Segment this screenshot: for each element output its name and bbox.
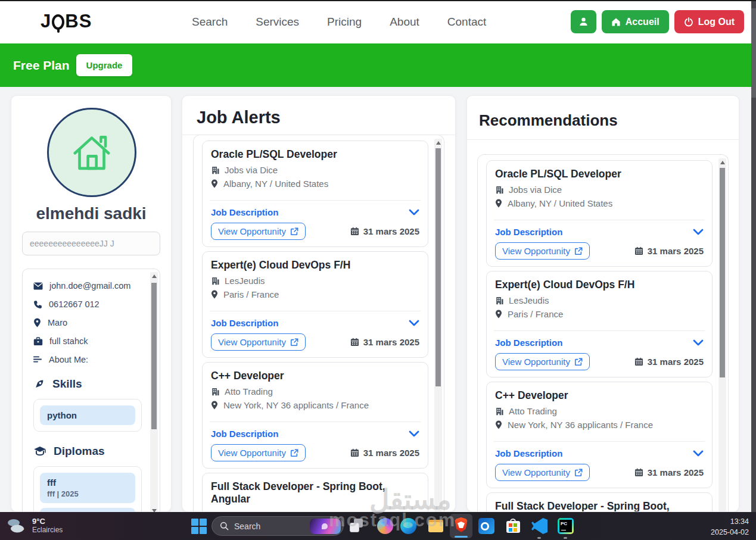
job-description-toggle[interactable]: Job Description xyxy=(495,338,562,348)
avatar[interactable] xyxy=(47,108,136,197)
building-icon xyxy=(495,186,503,194)
scroll-thumb[interactable] xyxy=(720,168,725,377)
job-alerts-panel: Job Alerts Oracle PL/SQL Developer Jobs … xyxy=(182,95,456,512)
job-card: Full Stack Developer - Spring Boot, Angu… xyxy=(202,473,428,511)
browser-scroll-thumb[interactable] xyxy=(751,8,756,98)
chevron-down-icon[interactable] xyxy=(693,450,704,457)
skills-title: Skills xyxy=(52,377,82,391)
job-date: 31 mars 2025 xyxy=(634,357,704,367)
job-date-value: 31 mars 2025 xyxy=(363,448,419,458)
taskbar-clock[interactable]: 13:34 2025-04-02 xyxy=(711,516,749,538)
nav-link-services[interactable]: Services xyxy=(256,15,299,29)
logo[interactable]: JBS xyxy=(41,11,92,32)
file-explorer-icon[interactable] xyxy=(428,518,444,534)
chevron-down-icon[interactable] xyxy=(409,209,419,216)
view-opportunity-button[interactable]: View Opportunity xyxy=(495,242,590,260)
home-button-label: Accueil xyxy=(626,17,659,27)
scroll-up-arrow[interactable] xyxy=(436,141,441,145)
divider xyxy=(494,330,705,331)
job-alerts-title: Job Alerts xyxy=(197,108,441,127)
job-location-row: New York, NY 36 applicants / France xyxy=(495,420,704,430)
chevron-down-icon[interactable] xyxy=(693,339,704,346)
rocket-icon xyxy=(33,378,45,390)
calendar-icon xyxy=(350,338,359,347)
home-button[interactable]: Accueil xyxy=(602,10,669,33)
view-opportunity-button[interactable]: View Opportunity xyxy=(211,223,306,240)
diploma-details: fff | 2025 xyxy=(47,489,128,498)
view-opportunity-button[interactable]: View Opportunity xyxy=(495,353,590,370)
job-location: New York, NY 36 applicants / France xyxy=(223,400,369,410)
email-value: john.doe@gmail.com xyxy=(49,281,130,291)
chevron-down-icon[interactable] xyxy=(693,229,704,235)
divider xyxy=(467,139,739,140)
copilot-icon[interactable] xyxy=(377,518,393,534)
window-top-edge xyxy=(0,0,756,1)
nav-actions: Accueil Log Out xyxy=(571,10,744,33)
view-opportunity-button[interactable]: View Opportunity xyxy=(495,464,590,481)
home-icon xyxy=(611,17,621,27)
job-card: C++ Developer Atto Trading New York, NY … xyxy=(202,362,428,469)
vscode-icon[interactable] xyxy=(531,518,547,534)
scroll-thumb[interactable] xyxy=(151,283,157,429)
profile-button[interactable] xyxy=(571,10,596,33)
weather-temp: 9°C xyxy=(32,517,63,526)
weather-widget[interactable]: 9°C Eclaircies xyxy=(6,515,63,535)
taskbar-search[interactable]: Search xyxy=(211,516,344,536)
profile-scrollbar[interactable] xyxy=(150,272,158,515)
scroll-up-arrow[interactable] xyxy=(152,274,157,278)
outlook-icon[interactable] xyxy=(478,518,494,534)
job-company: Jobs via Dice xyxy=(225,165,278,175)
job-company-row: LesJeudis xyxy=(211,276,419,286)
location-pin-icon xyxy=(33,318,41,327)
nav-link-contact[interactable]: Contact xyxy=(447,15,486,29)
edge-browser-icon[interactable] xyxy=(400,518,416,534)
diplomas-title: Diplomas xyxy=(54,445,105,458)
skills-card: python xyxy=(33,399,142,432)
job-location: Albany, NY / United States xyxy=(508,198,612,208)
job-title: C++ Developer xyxy=(211,370,419,382)
chevron-down-icon[interactable] xyxy=(409,320,419,326)
chevron-down-icon[interactable] xyxy=(409,430,419,437)
logout-button[interactable]: Log Out xyxy=(674,10,744,33)
profile-name: elmehdi sadki xyxy=(11,204,171,223)
nav-link-pricing[interactable]: Pricing xyxy=(327,15,362,29)
job-location-row: Albany, NY / United States xyxy=(495,198,704,208)
job-description-toggle[interactable]: Job Description xyxy=(495,227,562,237)
nav-link-about[interactable]: About xyxy=(390,15,419,29)
logo-pin-o-icon xyxy=(52,14,64,30)
job-location: New York, NY 36 applicants / France xyxy=(508,420,653,430)
brave-browser-icon[interactable] xyxy=(450,514,472,538)
upgrade-button[interactable]: Upgrade xyxy=(76,54,132,76)
view-opportunity-button[interactable]: View Opportunity xyxy=(211,333,306,351)
pycharm-icon[interactable]: PC xyxy=(558,518,574,534)
job-alerts-scrollbar[interactable] xyxy=(434,139,442,511)
browser-scrollbar[interactable] xyxy=(751,0,756,512)
divider xyxy=(210,200,421,201)
nav-link-search[interactable]: Search xyxy=(192,15,228,29)
job-description-toggle[interactable]: Job Description xyxy=(211,207,278,217)
external-link-icon xyxy=(574,469,583,477)
recommendations-scrollbar[interactable] xyxy=(718,158,726,511)
weather-icon xyxy=(6,515,27,535)
view-opportunity-button[interactable]: View Opportunity xyxy=(211,444,306,461)
task-view-icon[interactable] xyxy=(349,518,365,534)
job-date: 31 mars 2025 xyxy=(634,246,704,256)
job-description-toggle[interactable]: Job Description xyxy=(211,429,278,439)
screen: JBS Search Services Pricing About Contac… xyxy=(0,0,756,540)
microsoft-store-icon[interactable] xyxy=(505,518,521,534)
job-title-row: full stahck xyxy=(33,336,142,346)
scroll-thumb[interactable] xyxy=(435,148,441,386)
job-description-toggle[interactable]: Job Description xyxy=(495,448,562,458)
home-avatar-icon xyxy=(67,128,116,177)
start-button[interactable] xyxy=(191,518,207,534)
job-description-toggle[interactable]: Job Description xyxy=(211,318,278,328)
job-title: Full Stack Developer - Spring Boot, Angu… xyxy=(495,500,704,511)
scroll-up-arrow[interactable] xyxy=(720,161,725,164)
job-title: Full Stack Developer - Spring Boot, Angu… xyxy=(211,480,419,505)
envelope-icon xyxy=(33,282,43,290)
about-label: About Me: xyxy=(49,355,88,364)
headline-input[interactable] xyxy=(22,232,160,255)
divider xyxy=(210,311,421,311)
job-company-row: PRIMUS Global Technologies Pvt Ltd xyxy=(211,510,419,511)
job-title: Oracle PL/SQL Developer xyxy=(495,168,704,180)
